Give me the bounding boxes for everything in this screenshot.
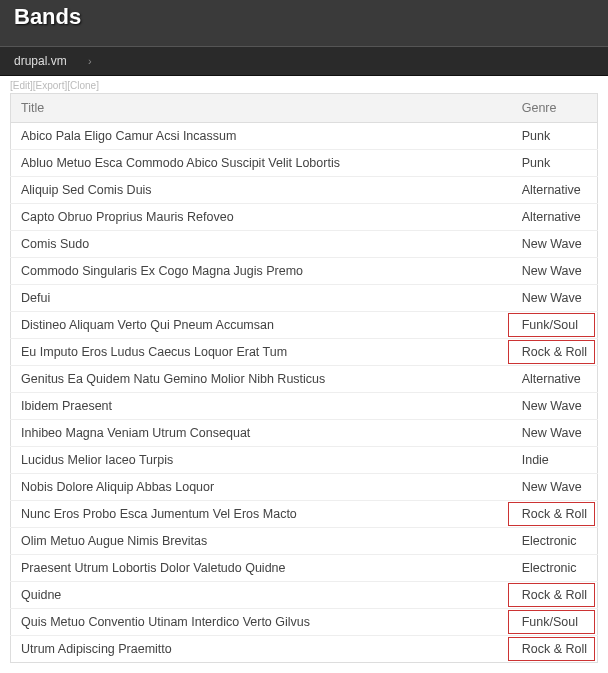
- cell-title: Utrum Adipiscing Praemitto: [11, 636, 512, 663]
- table-row[interactable]: DefuiNew Wave: [11, 285, 598, 312]
- edit-link[interactable]: [Edit]: [10, 80, 33, 91]
- cell-genre: Electronic: [512, 555, 598, 582]
- cell-title: Ibidem Praesent: [11, 393, 512, 420]
- cell-title: Eu Imputo Eros Ludus Caecus Loquor Erat …: [11, 339, 512, 366]
- cell-title: Quidne: [11, 582, 512, 609]
- cell-title: Genitus Ea Quidem Natu Gemino Molior Nib…: [11, 366, 512, 393]
- cell-genre: Rock & Roll: [512, 501, 598, 528]
- cell-genre: Rock & Roll: [512, 636, 598, 663]
- table-row[interactable]: Abico Pala Eligo Camur Acsi IncassumPunk: [11, 123, 598, 150]
- col-title-header[interactable]: Title: [11, 94, 512, 123]
- cell-genre: Electronic: [512, 528, 598, 555]
- table-row[interactable]: Olim Metuo Augue Nimis BrevitasElectroni…: [11, 528, 598, 555]
- clone-link[interactable]: [Clone]: [67, 80, 99, 91]
- table-row[interactable]: Abluo Metuo Esca Commodo Abico Suscipit …: [11, 150, 598, 177]
- table-row[interactable]: Comis SudoNew Wave: [11, 231, 598, 258]
- table-row[interactable]: Genitus Ea Quidem Natu Gemino Molior Nib…: [11, 366, 598, 393]
- cell-genre: New Wave: [512, 258, 598, 285]
- cell-genre: New Wave: [512, 285, 598, 312]
- table-header-row: Title Genre: [11, 94, 598, 123]
- cell-genre: Funk/Soul: [512, 312, 598, 339]
- cell-title: Nunc Eros Probo Esca Jumentum Vel Eros M…: [11, 501, 512, 528]
- table-row[interactable]: Lucidus Melior Iaceo TurpisIndie: [11, 447, 598, 474]
- bands-table: Title Genre Abico Pala Eligo Camur Acsi …: [10, 93, 598, 663]
- cell-title: Lucidus Melior Iaceo Turpis: [11, 447, 512, 474]
- table-row[interactable]: Inhibeo Magna Veniam Utrum ConsequatNew …: [11, 420, 598, 447]
- cell-genre: Punk: [512, 123, 598, 150]
- view-action-links: [Edit][Export][Clone]: [10, 78, 598, 93]
- chevron-right-icon: ›: [88, 55, 92, 67]
- cell-genre: Punk: [512, 150, 598, 177]
- cell-genre: Alternative: [512, 366, 598, 393]
- cell-genre: New Wave: [512, 474, 598, 501]
- cell-title: Comis Sudo: [11, 231, 512, 258]
- cell-title: Distineo Aliquam Verto Qui Pneum Accumsa…: [11, 312, 512, 339]
- table-row[interactable]: Commodo Singularis Ex Cogo Magna Jugis P…: [11, 258, 598, 285]
- cell-genre: New Wave: [512, 231, 598, 258]
- cell-title: Aliquip Sed Comis Duis: [11, 177, 512, 204]
- cell-genre: Indie: [512, 447, 598, 474]
- cell-title: Commodo Singularis Ex Cogo Magna Jugis P…: [11, 258, 512, 285]
- cell-title: Capto Obruo Proprius Mauris Refoveo: [11, 204, 512, 231]
- cell-genre: Rock & Roll: [512, 339, 598, 366]
- cell-genre: Rock & Roll: [512, 582, 598, 609]
- table-row[interactable]: Distineo Aliquam Verto Qui Pneum Accumsa…: [11, 312, 598, 339]
- table-row[interactable]: QuidneRock & Roll: [11, 582, 598, 609]
- table-row[interactable]: Quis Metuo Conventio Utinam Interdico Ve…: [11, 609, 598, 636]
- table-row[interactable]: Eu Imputo Eros Ludus Caecus Loquor Erat …: [11, 339, 598, 366]
- breadcrumb: drupal.vm ›: [0, 46, 608, 76]
- cell-genre: New Wave: [512, 420, 598, 447]
- table-row[interactable]: Ibidem PraesentNew Wave: [11, 393, 598, 420]
- cell-title: Abluo Metuo Esca Commodo Abico Suscipit …: [11, 150, 512, 177]
- table-row[interactable]: Nunc Eros Probo Esca Jumentum Vel Eros M…: [11, 501, 598, 528]
- cell-title: Defui: [11, 285, 512, 312]
- cell-title: Olim Metuo Augue Nimis Brevitas: [11, 528, 512, 555]
- page-title: Bands: [14, 4, 594, 30]
- table-row[interactable]: Nobis Dolore Aliquip Abbas LoquorNew Wav…: [11, 474, 598, 501]
- cell-genre: Alternative: [512, 177, 598, 204]
- header-bar: Bands: [0, 0, 608, 46]
- table-row[interactable]: Praesent Utrum Lobortis Dolor Valetudo Q…: [11, 555, 598, 582]
- table-row[interactable]: Aliquip Sed Comis DuisAlternative: [11, 177, 598, 204]
- breadcrumb-home-link[interactable]: drupal.vm: [14, 54, 67, 68]
- content-area: [Edit][Export][Clone] Title Genre Abico …: [0, 76, 608, 673]
- cell-title: Abico Pala Eligo Camur Acsi Incassum: [11, 123, 512, 150]
- cell-genre: Alternative: [512, 204, 598, 231]
- cell-title: Inhibeo Magna Veniam Utrum Consequat: [11, 420, 512, 447]
- cell-title: Nobis Dolore Aliquip Abbas Loquor: [11, 474, 512, 501]
- cell-title: Praesent Utrum Lobortis Dolor Valetudo Q…: [11, 555, 512, 582]
- table-row[interactable]: Capto Obruo Proprius Mauris RefoveoAlter…: [11, 204, 598, 231]
- cell-genre: Funk/Soul: [512, 609, 598, 636]
- table-row[interactable]: Utrum Adipiscing PraemittoRock & Roll: [11, 636, 598, 663]
- export-link[interactable]: [Export]: [33, 80, 67, 91]
- cell-genre: New Wave: [512, 393, 598, 420]
- cell-title: Quis Metuo Conventio Utinam Interdico Ve…: [11, 609, 512, 636]
- col-genre-header[interactable]: Genre: [512, 94, 598, 123]
